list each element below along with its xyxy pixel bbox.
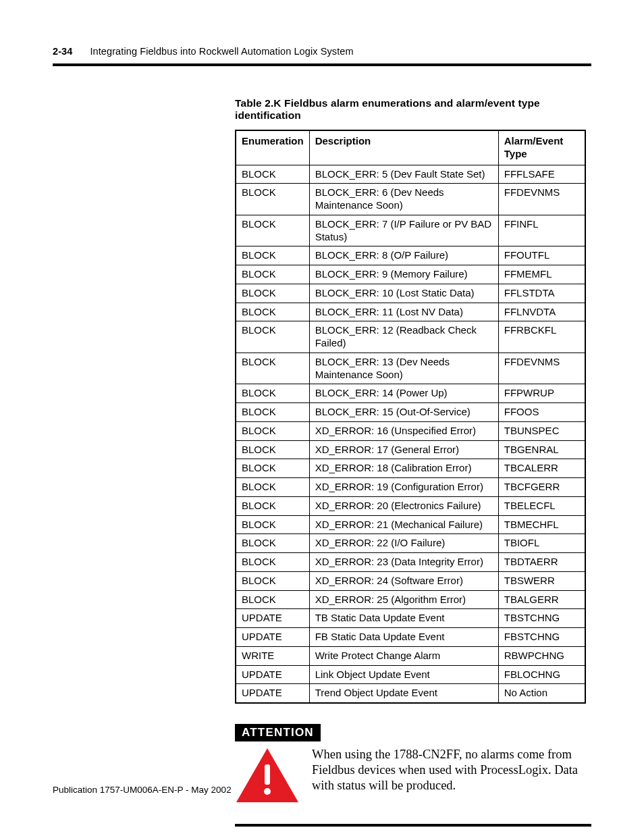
table-cell: XD_ERROR: 20 (Electronics Failure) [309, 496, 498, 515]
table-row: UPDATETB Static Data Update EventTBSTCHN… [236, 609, 585, 628]
table-cell: TBIOFL [498, 534, 585, 553]
table-cell: BLOCK_ERR: 10 (Lost Static Data) [309, 284, 498, 303]
table-cell: BLOCK [236, 184, 309, 215]
table-cell: BLOCK_ERR: 12 (Readback Check Failed) [309, 321, 498, 353]
table-row: BLOCKXD_ERROR: 18 (Calibration Error)TBC… [236, 459, 585, 478]
table-row: BLOCKBLOCK_ERR: 7 (I/P Failure or PV BAD… [236, 215, 585, 246]
table-cell: TBALGERR [498, 590, 585, 609]
table-cell: FFOOS [498, 403, 585, 422]
table-cell: FFLNVDTA [498, 303, 585, 321]
table-row: BLOCKBLOCK_ERR: 15 (Out-Of-Service)FFOOS [236, 403, 585, 422]
table-cell: BLOCK [236, 496, 309, 515]
table-cell: BLOCK [236, 384, 309, 403]
table-cell: FBLOCHNG [498, 665, 585, 684]
table-cell: BLOCK [236, 165, 309, 184]
page-number: 2-34 [53, 46, 72, 57]
table-cell: XD_ERROR: 25 (Algorithm Error) [309, 590, 498, 609]
page: 2-34 Integrating Fieldbus into Rockwell … [0, 0, 644, 834]
alarm-table: Enumeration Description Alarm/Event Type… [235, 130, 586, 704]
table-cell: FFFLSAFE [498, 165, 585, 184]
table-cell: WRITE [236, 646, 309, 665]
attention-text: When using the 1788-CN2FF, no alarms com… [312, 747, 591, 793]
table-cell: BLOCK [236, 421, 309, 440]
table-cell: FB Static Data Update Event [309, 628, 498, 647]
table-cell: BLOCK [236, 215, 309, 246]
table-cell: XD_ERROR: 23 (Data Integrity Error) [309, 553, 498, 572]
table-row: WRITEWrite Protect Change AlarmRBWPCHNG [236, 646, 585, 665]
table-row: BLOCKBLOCK_ERR: 8 (O/P Failure)FFOUTFL [236, 246, 585, 265]
table-cell: XD_ERROR: 19 (Configuration Error) [309, 478, 498, 497]
table-row: BLOCKXD_ERROR: 22 (I/O Failure)TBIOFL [236, 534, 585, 553]
table-cell: FFDEVNMS [498, 184, 585, 215]
main-content: Table 2.K Fieldbus alarm enumerations an… [235, 97, 591, 827]
table-cell: XD_ERROR: 22 (I/O Failure) [309, 534, 498, 553]
svg-point-2 [264, 788, 271, 795]
col-header-description: Description [309, 130, 498, 165]
table-cell: BLOCK_ERR: 9 (Memory Failure) [309, 265, 498, 284]
table-cell: BLOCK [236, 440, 309, 459]
col-header-alarm-type: Alarm/Event Type [498, 130, 585, 165]
table-cell: BLOCK [236, 321, 309, 353]
table-row: BLOCKXD_ERROR: 16 (Unspecified Error)TBU… [236, 421, 585, 440]
table-cell: No Action [498, 684, 585, 703]
table-cell: UPDATE [236, 684, 309, 703]
table-cell: FBSTCHNG [498, 628, 585, 647]
table-cell: FFOUTFL [498, 246, 585, 265]
publication-footer: Publication 1757-UM006A-EN-P - May 2002 [53, 785, 232, 795]
table-cell: XD_ERROR: 18 (Calibration Error) [309, 459, 498, 478]
table-header-row: Enumeration Description Alarm/Event Type [236, 130, 585, 165]
table-caption: Table 2.K Fieldbus alarm enumerations an… [235, 97, 591, 122]
table-cell: BLOCK_ERR: 13 (Dev Needs Maintenance Soo… [309, 353, 498, 384]
warning-icon [235, 747, 300, 806]
table-cell: TBSWERR [498, 571, 585, 590]
running-header: 2-34 Integrating Fieldbus into Rockwell … [53, 46, 591, 66]
table-row: BLOCKBLOCK_ERR: 11 (Lost NV Data)FFLNVDT… [236, 303, 585, 321]
table-row: UPDATEFB Static Data Update EventFBSTCHN… [236, 628, 585, 647]
table-row: BLOCKBLOCK_ERR: 13 (Dev Needs Maintenanc… [236, 353, 585, 384]
table-row: BLOCKXD_ERROR: 17 (General Error)TBGENRA… [236, 440, 585, 459]
table-cell: TBDTAERR [498, 553, 585, 572]
table-cell: BLOCK [236, 478, 309, 497]
table-cell: BLOCK [236, 284, 309, 303]
attention-body: When using the 1788-CN2FF, no alarms com… [235, 747, 591, 827]
table-cell: TBELECFL [498, 496, 585, 515]
table-cell: FFRBCKFL [498, 321, 585, 353]
table-cell: BLOCK [236, 265, 309, 284]
table-cell: FFDEVNMS [498, 353, 585, 384]
table-cell: BLOCK [236, 590, 309, 609]
table-cell: BLOCK [236, 553, 309, 572]
table-row: BLOCKBLOCK_ERR: 5 (Dev Fault State Set)F… [236, 165, 585, 184]
table-cell: BLOCK [236, 403, 309, 422]
table-cell: XD_ERROR: 16 (Unspecified Error) [309, 421, 498, 440]
table-row: BLOCKXD_ERROR: 23 (Data Integrity Error)… [236, 553, 585, 572]
table-cell: TBMECHFL [498, 515, 585, 534]
table-cell: BLOCK_ERR: 7 (I/P Failure or PV BAD Stat… [309, 215, 498, 246]
table-cell: TBSTCHNG [498, 609, 585, 628]
table-cell: BLOCK [236, 303, 309, 321]
table-cell: Trend Object Update Event [309, 684, 498, 703]
table-row: BLOCKBLOCK_ERR: 12 (Readback Check Faile… [236, 321, 585, 353]
table-row: BLOCKXD_ERROR: 20 (Electronics Failure)T… [236, 496, 585, 515]
table-cell: FFPWRUP [498, 384, 585, 403]
table-cell: BLOCK_ERR: 8 (O/P Failure) [309, 246, 498, 265]
table-cell: TBCFGERR [498, 478, 585, 497]
table-cell: FFMEMFL [498, 265, 585, 284]
table-cell: TBGENRAL [498, 440, 585, 459]
table-row: BLOCKXD_ERROR: 19 (Configuration Error)T… [236, 478, 585, 497]
table-cell: BLOCK_ERR: 5 (Dev Fault State Set) [309, 165, 498, 184]
table-row: BLOCKBLOCK_ERR: 10 (Lost Static Data)FFL… [236, 284, 585, 303]
table-row: BLOCKXD_ERROR: 24 (Software Error)TBSWER… [236, 571, 585, 590]
table-row: UPDATELink Object Update EventFBLOCHNG [236, 665, 585, 684]
table-cell: Write Protect Change Alarm [309, 646, 498, 665]
table-row: BLOCKBLOCK_ERR: 14 (Power Up)FFPWRUP [236, 384, 585, 403]
table-cell: TB Static Data Update Event [309, 609, 498, 628]
attention-block: ATTENTION When using the 1788-CN2FF, no … [235, 724, 591, 827]
table-cell: UPDATE [236, 609, 309, 628]
table-cell: BLOCK_ERR: 11 (Lost NV Data) [309, 303, 498, 321]
attention-label: ATTENTION [235, 724, 321, 741]
table-cell: RBWPCHNG [498, 646, 585, 665]
svg-rect-1 [265, 764, 270, 785]
table-cell: FFINFL [498, 215, 585, 246]
table-cell: FFLSTDTA [498, 284, 585, 303]
col-header-enumeration: Enumeration [236, 130, 309, 165]
